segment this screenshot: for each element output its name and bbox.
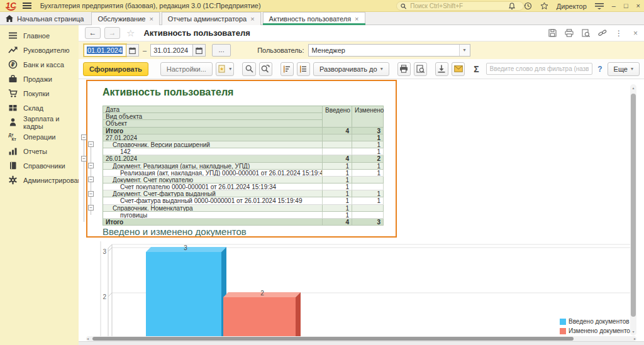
close-tab-icon[interactable]: ×	[149, 15, 153, 23]
help-icon[interactable]: ?	[597, 65, 602, 74]
table-row[interactable]: 26.01.202442	[103, 155, 384, 162]
table-row[interactable]: Счет-фактура выданный 0000-0000001 от 26…	[103, 197, 384, 204]
bar-entered[interactable]: 3	[146, 244, 226, 336]
link-icon[interactable]	[598, 29, 607, 37]
settings-button[interactable]: Настройки...	[160, 62, 213, 76]
service-menu-icon[interactable]	[595, 3, 604, 9]
close-window-button[interactable]: ×	[636, 0, 640, 12]
sidebar-item-bank[interactable]: ₽ Банк и касса	[0, 57, 79, 72]
sidebar-item-main[interactable]: Главное	[0, 28, 79, 43]
find-button[interactable]	[242, 62, 255, 76]
table-row[interactable]: Документ. Счет покупателю1	[103, 177, 384, 183]
calendar-icon[interactable]	[193, 44, 206, 57]
minimize-button[interactable]: –	[612, 0, 616, 12]
tab-admin-reports[interactable]: Отчеты администратора ×	[162, 12, 261, 25]
scroll-right-icon[interactable]: ▸	[634, 336, 636, 341]
tab-service[interactable]: Обслуживание ×	[91, 12, 159, 25]
date-from-input[interactable]: 01.01.2024	[84, 44, 126, 57]
print-preview-icon[interactable]	[582, 29, 590, 37]
collapse-group-icon[interactable]: −	[88, 205, 94, 211]
close-tab-icon[interactable]: ×	[250, 15, 254, 23]
save-file-button[interactable]	[435, 62, 448, 76]
sidebar-item-sales[interactable]: Продажи	[0, 72, 79, 86]
bar-changed[interactable]: 2	[223, 290, 301, 336]
vertical-scrollbar-thumb[interactable]	[631, 94, 636, 317]
table-row[interactable]: Итого43	[103, 219, 384, 226]
close-form-icon[interactable]: ×	[633, 29, 638, 38]
table-row[interactable]: Реализация (акт, накладная, УПД) 0000-00…	[103, 170, 384, 177]
1c-logo-icon: 1С	[6, 1, 16, 11]
cancel-find-button[interactable]	[259, 62, 272, 76]
period-options-button[interactable]: ...	[212, 44, 231, 57]
chevron-down-icon[interactable]: ▾	[459, 45, 470, 56]
collapse-group-icon[interactable]: −	[81, 134, 87, 140]
current-user-button[interactable]: Директор	[557, 3, 587, 10]
back-button[interactable]: ←	[85, 27, 101, 39]
sidebar-item-purchases[interactable]: Покупки	[0, 86, 79, 101]
collapse-group-icon[interactable]: −	[88, 191, 94, 197]
generate-button[interactable]: Сформировать	[83, 62, 148, 76]
more-actions-icon[interactable]: ⋮	[615, 29, 623, 38]
table-row[interactable]: Справочник. Версии расширений1	[103, 141, 384, 148]
global-search-input[interactable]	[409, 2, 519, 10]
expand-to-button[interactable]: Разворачивать до ▾	[313, 62, 389, 76]
quick-filter-input[interactable]	[486, 63, 593, 75]
tab-user-activity[interactable]: Активность пользователя ×	[263, 12, 365, 25]
calendar-icon[interactable]	[126, 44, 139, 57]
tab-home[interactable]: Начальная страница	[0, 12, 89, 25]
date-to-input[interactable]: 31.01.2024	[150, 44, 193, 57]
forward-button[interactable]: →	[104, 27, 120, 39]
section-sidebar: Главное Руководителю ₽ Банк и касса Прод…	[0, 25, 79, 345]
table-row[interactable]: пуговицы1	[103, 212, 384, 219]
more-button[interactable]: Еще ▾	[608, 62, 640, 76]
history-icon[interactable]	[524, 2, 532, 10]
favorites-star-icon[interactable]	[540, 2, 548, 10]
close-tab-icon[interactable]: ×	[355, 15, 358, 23]
print-button[interactable]	[397, 62, 411, 76]
collapse-group-icon[interactable]: −	[88, 141, 94, 147]
save-icon[interactable]	[548, 29, 557, 37]
print-icon[interactable]	[565, 29, 574, 37]
vertical-scrollbar[interactable]: ▴ ▾	[630, 84, 636, 336]
report-viewport[interactable]: Активность пользователя Дата Вид объекта…	[79, 79, 644, 345]
sidebar-item-warehouse[interactable]: Склад	[0, 101, 79, 115]
totals-sigma-icon[interactable]: Σ	[474, 64, 479, 74]
tree-line	[84, 140, 84, 222]
global-search-box[interactable]	[396, 1, 524, 11]
warehouse-icon	[8, 103, 18, 112]
collapse-group-icon[interactable]: −	[81, 156, 87, 162]
table-row[interactable]: Счет покупателю 0000-000001 от 26.01.202…	[103, 183, 384, 190]
notifications-bell-icon[interactable]	[508, 3, 516, 10]
dtkt-icon: ДтКт	[8, 132, 18, 141]
table-row[interactable]: Документ. Счет-фактура выданный11	[103, 190, 384, 197]
collapse-group-icon[interactable]: −	[88, 177, 94, 182]
table-row[interactable]: 27.01.20241	[103, 134, 384, 141]
sidebar-item-catalogs[interactable]: Справочники	[0, 158, 79, 173]
table-row[interactable]: Документ. Реализация (акты, накладные, У…	[103, 163, 384, 170]
scroll-up-icon[interactable]: ▴	[630, 85, 636, 90]
sidebar-item-reports[interactable]: Отчеты	[0, 144, 79, 158]
sidebar-item-hr[interactable]: Зарплата и кадры	[0, 115, 79, 129]
collapse-groups-button[interactable]	[280, 62, 294, 76]
table-row[interactable]: 1421	[103, 148, 384, 155]
sidebar-item-operations[interactable]: ДтКт Операции	[0, 129, 79, 144]
report-variants-button[interactable]: ▾	[216, 62, 235, 76]
table-row[interactable]: Итого43	[103, 128, 384, 134]
collapse-group-icon[interactable]: −	[88, 163, 94, 168]
user-combobox[interactable]: Менеджер ▾	[308, 44, 470, 57]
table-row[interactable]: Справочник. Номенклатура1	[103, 205, 384, 212]
legend-item-changed: Изменено документов	[560, 326, 633, 336]
scroll-down-icon[interactable]: ▾	[630, 329, 636, 334]
person-icon	[8, 118, 18, 127]
favorite-star-icon[interactable]: ☆	[126, 28, 135, 39]
send-email-button[interactable]	[452, 62, 465, 76]
main-menu-icon[interactable]	[23, 3, 31, 9]
sidebar-item-manager[interactable]: Руководителю	[0, 43, 79, 57]
horizontal-scrollbar[interactable]: ◂ ▸	[86, 336, 636, 341]
preview-button[interactable]	[414, 62, 427, 76]
horizontal-scrollbar-thumb[interactable]	[92, 337, 574, 341]
scroll-left-icon[interactable]: ◂	[87, 336, 89, 341]
sidebar-item-administration[interactable]: Администрирование	[0, 173, 79, 187]
expand-groups-button[interactable]	[297, 62, 310, 76]
maximize-button[interactable]: □	[624, 0, 628, 12]
